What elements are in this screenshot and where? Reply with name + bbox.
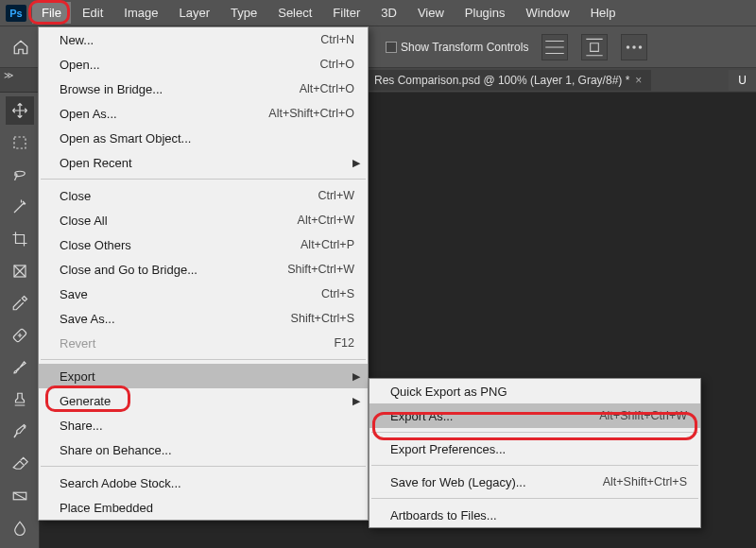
file-browse-bridge[interactable]: Browse in Bridge...Alt+Ctrl+O: [39, 77, 368, 101]
menu-layer[interactable]: Layer: [170, 2, 220, 24]
file-place-embedded[interactable]: Place Embedded: [39, 495, 368, 520]
menubar: Ps File Edit Image Layer Type Select Fil…: [0, 0, 756, 26]
submenu-arrow-icon: ▶: [352, 395, 360, 407]
home-icon[interactable]: [8, 34, 34, 60]
menu-image[interactable]: Image: [114, 2, 167, 24]
stamp-tool-icon[interactable]: [6, 385, 34, 414]
brush-tool-icon[interactable]: [6, 353, 34, 382]
panel-expand-icon[interactable]: ≫: [4, 70, 13, 80]
menu-separator: [41, 179, 366, 180]
file-share-behance[interactable]: Share on Behance...: [39, 437, 368, 462]
file-revert[interactable]: RevertF12: [39, 331, 368, 355]
menu-filter[interactable]: Filter: [323, 2, 369, 24]
eraser-tool-icon[interactable]: [6, 450, 34, 478]
history-brush-tool-icon[interactable]: [6, 418, 34, 446]
distribute-icon[interactable]: [581, 34, 608, 60]
export-save-for-web[interactable]: Save for Web (Legacy)...Alt+Shift+Ctrl+S: [369, 470, 700, 494]
file-close-bridge[interactable]: Close and Go to Bridge...Shift+Ctrl+W: [39, 257, 368, 282]
close-tab-icon[interactable]: ×: [635, 74, 642, 87]
menu-separator: [41, 359, 366, 360]
file-close-all[interactable]: Close AllAlt+Ctrl+W: [39, 208, 368, 232]
export-preferences[interactable]: Export Preferences...: [369, 437, 700, 461]
file-search-stock[interactable]: Search Adobe Stock...: [39, 471, 368, 495]
menu-help[interactable]: Help: [581, 2, 626, 24]
file-close[interactable]: CloseCtrl+W: [39, 183, 368, 208]
gradient-tool-icon[interactable]: [6, 482, 34, 510]
align-icon[interactable]: [541, 34, 568, 60]
wand-tool-icon[interactable]: [6, 193, 34, 221]
menu-separator: [371, 432, 698, 433]
file-open-as[interactable]: Open As...Alt+Shift+Ctrl+O: [39, 101, 368, 126]
file-open-smart-object[interactable]: Open as Smart Object...: [39, 126, 368, 150]
svg-point-0: [627, 45, 629, 48]
menu-separator: [371, 498, 698, 499]
menu-separator: [41, 466, 366, 467]
file-open[interactable]: Open...Ctrl+O: [39, 52, 368, 77]
lasso-tool-icon[interactable]: [6, 161, 34, 189]
file-share[interactable]: Share...: [39, 413, 368, 437]
file-menu-dropdown: New...Ctrl+N Open...Ctrl+O Browse in Bri…: [38, 26, 369, 521]
file-close-others[interactable]: Close OthersAlt+Ctrl+P: [39, 232, 368, 257]
submenu-arrow-icon: ▶: [352, 370, 360, 383]
export-submenu: Quick Export as PNG Export As...Alt+Shif…: [369, 378, 701, 528]
document-tab[interactable]: Res Comparison.psd @ 100% (Layer 1, Gray…: [365, 70, 651, 91]
show-transform-label: Show Transform Controls: [401, 41, 528, 54]
menu-view[interactable]: View: [408, 2, 454, 24]
menu-type[interactable]: Type: [221, 2, 266, 24]
heal-tool-icon[interactable]: [6, 321, 34, 350]
menu-edit[interactable]: Edit: [73, 2, 112, 24]
show-transform-controls-checkbox[interactable]: Show Transform Controls: [386, 41, 528, 54]
frame-tool-icon[interactable]: [6, 257, 34, 285]
svg-rect-3: [14, 137, 26, 148]
file-new[interactable]: New...Ctrl+N: [39, 27, 368, 52]
file-open-recent[interactable]: Open Recent▶: [39, 150, 368, 175]
export-quick-png[interactable]: Quick Export as PNG: [369, 379, 700, 403]
app-logo: Ps: [6, 5, 26, 22]
eyedropper-tool-icon[interactable]: [6, 289, 34, 317]
file-generate[interactable]: Generate▶: [39, 388, 368, 413]
menu-separator: [371, 465, 698, 466]
file-save-as[interactable]: Save As...Shift+Ctrl+S: [39, 306, 368, 331]
secondary-tab[interactable]: U: [729, 70, 756, 91]
menu-select[interactable]: Select: [268, 2, 321, 24]
export-as[interactable]: Export As...Alt+Shift+Ctrl+W: [369, 403, 700, 428]
crop-tool-icon[interactable]: [6, 225, 34, 253]
more-icon[interactable]: [621, 34, 647, 60]
svg-point-2: [639, 45, 642, 48]
blur-tool-icon[interactable]: [6, 514, 34, 542]
svg-point-1: [633, 45, 636, 48]
file-save[interactable]: SaveCtrl+S: [39, 282, 368, 306]
export-artboards-to-files[interactable]: Artboards to Files...: [369, 503, 700, 527]
file-export[interactable]: Export▶: [39, 364, 368, 388]
marquee-tool-icon[interactable]: [6, 128, 34, 157]
tools-panel: [0, 93, 40, 548]
menu-window[interactable]: Window: [516, 2, 578, 24]
menu-file[interactable]: File: [32, 2, 71, 24]
menu-plugins[interactable]: Plugins: [455, 2, 515, 24]
move-tool-icon[interactable]: [6, 96, 34, 125]
menu-3d[interactable]: 3D: [371, 2, 406, 24]
submenu-arrow-icon: ▶: [352, 157, 360, 169]
